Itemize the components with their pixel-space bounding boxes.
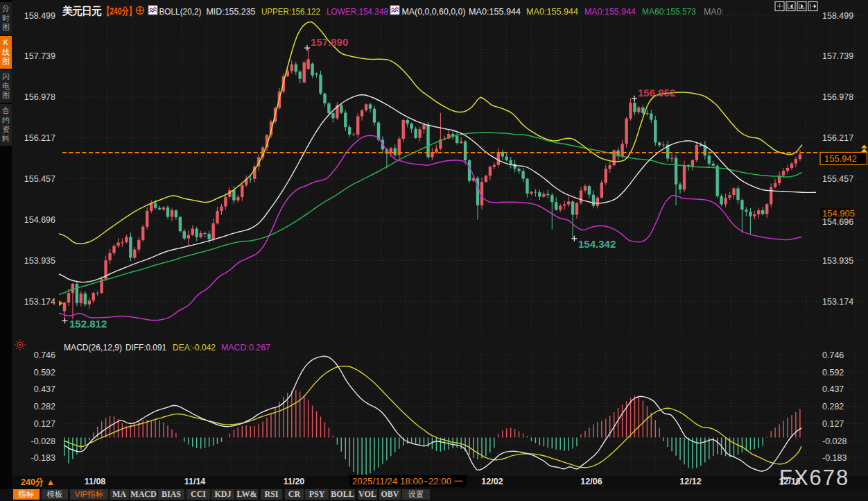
svg-text:美元日元: 美元日元	[62, 5, 102, 17]
svg-text:156.217: 156.217	[822, 133, 853, 143]
svg-text:UPPER:156.122: UPPER:156.122	[261, 6, 320, 17]
svg-text:155.457: 155.457	[822, 174, 853, 184]
svg-text:156.217: 156.217	[24, 133, 55, 143]
svg-text:157.739: 157.739	[24, 51, 55, 61]
svg-text:152.812: 152.812	[69, 318, 107, 330]
svg-text:0.592: 0.592	[822, 368, 844, 377]
svg-text:154.696: 154.696	[822, 217, 853, 227]
svg-text:MA60:155.573: MA60:155.573	[642, 6, 696, 17]
svg-text:158.499: 158.499	[24, 11, 55, 21]
svg-text:154.342: 154.342	[578, 238, 616, 250]
svg-text:0.592: 0.592	[34, 368, 55, 377]
svg-text:156.978: 156.978	[24, 92, 55, 102]
svg-text:157.739: 157.739	[822, 51, 853, 61]
svg-text:153.174: 153.174	[24, 297, 55, 307]
svg-text:MACD(26,12,9): MACD(26,12,9)	[64, 342, 122, 353]
svg-text:155.942: 155.942	[824, 153, 857, 164]
svg-text:MA0:155.944: MA0:155.944	[469, 6, 521, 17]
svg-text:12/12: 12/12	[679, 477, 701, 486]
svg-text:158.499: 158.499	[822, 11, 853, 21]
svg-text:LOWER:154.348: LOWER:154.348	[327, 6, 388, 17]
svg-text:BOLL(20,2): BOLL(20,2)	[159, 6, 202, 17]
svg-text:MA0:155.944: MA0:155.944	[526, 6, 578, 17]
svg-text:156.978: 156.978	[822, 92, 853, 102]
svg-text:0.437: 0.437	[34, 384, 55, 394]
svg-text:0.127: 0.127	[34, 419, 55, 429]
svg-text:153.174: 153.174	[822, 297, 853, 307]
svg-text:DEA:-0.042: DEA:-0.042	[173, 342, 216, 353]
svg-text:0.127: 0.127	[822, 419, 844, 429]
svg-text:156.952: 156.952	[638, 87, 675, 99]
svg-text:11/08: 11/08	[85, 477, 106, 486]
svg-text:MACD:0.267: MACD:0.267	[221, 342, 270, 353]
svg-text:0.746: 0.746	[34, 350, 55, 360]
svg-text:MA(0,0,0,60,0,0): MA(0,0,0,60,0,0)	[402, 6, 466, 17]
svg-text:12/02: 12/02	[481, 477, 503, 486]
svg-text:240分 ▲: 240分 ▲	[21, 477, 55, 487]
svg-text:-0.028: -0.028	[31, 436, 55, 446]
svg-text:DIFF:0.091: DIFF:0.091	[125, 342, 166, 353]
svg-text:MA0:: MA0:	[704, 6, 724, 17]
svg-text:155.457: 155.457	[24, 174, 55, 184]
svg-text:0.746: 0.746	[822, 350, 844, 360]
svg-text:12/06: 12/06	[580, 477, 602, 486]
svg-text:154.696: 154.696	[24, 215, 55, 225]
svg-text:11/14: 11/14	[184, 477, 206, 486]
svg-text:-0.028: -0.028	[822, 436, 847, 446]
svg-text:157.890: 157.890	[311, 36, 348, 48]
svg-text:MID:155.235: MID:155.235	[207, 6, 256, 17]
svg-text:153.935: 153.935	[822, 256, 853, 266]
svg-text:0.437: 0.437	[822, 384, 844, 394]
svg-text:-0.183: -0.183	[31, 453, 55, 463]
svg-text:2025/11/24 18:00~22:00 一: 2025/11/24 18:00~22:00 一	[352, 476, 463, 486]
svg-text:153.935: 153.935	[24, 256, 55, 266]
svg-text:【240分】: 【240分】	[103, 6, 136, 17]
svg-text:0.282: 0.282	[822, 402, 844, 411]
svg-text:-0.183: -0.183	[822, 453, 847, 463]
svg-text:11/20: 11/20	[284, 477, 305, 486]
svg-text:0.282: 0.282	[34, 402, 55, 411]
svg-text:MA0:155.944: MA0:155.944	[584, 6, 636, 17]
